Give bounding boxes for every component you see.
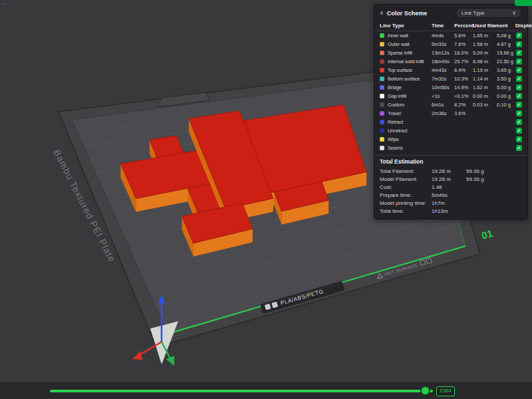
line-type-label: Retract xyxy=(388,119,432,125)
column-percent: Percent xyxy=(454,23,473,29)
line-color-swatch xyxy=(380,51,384,55)
display-checkbox[interactable]: ✓ xyxy=(516,33,522,39)
line-type-row: Inner wall4m4s5.6%1.65 m5.08 g✓ xyxy=(374,31,527,40)
line-time-value: 2m36s xyxy=(432,110,454,116)
line-type-row: Bridge10m56s14.9%1.62 m5.00 g✓ xyxy=(374,83,527,92)
line-color-swatch xyxy=(380,120,384,124)
line-time-value: 6m1s xyxy=(432,102,454,108)
move-slider-track[interactable] xyxy=(50,390,433,392)
line-length-value: 1.62 m xyxy=(473,84,497,90)
line-length-value: 0.03 m xyxy=(473,102,497,108)
display-checkbox[interactable]: ✓ xyxy=(516,59,522,65)
line-type-row: Travel2m36s3.6%✓ xyxy=(374,109,527,118)
line-type-label: Unretract xyxy=(388,128,432,134)
estimation-label: Total Filament: xyxy=(380,168,432,174)
display-checkbox[interactable]: ✓ xyxy=(516,84,522,90)
line-type-table-body: Inner wall4m4s5.6%1.65 m5.08 g✓Outer wal… xyxy=(374,31,527,152)
line-weight-value: 5.08 g xyxy=(497,33,515,39)
line-length-value: 1.14 m xyxy=(473,76,497,82)
display-checkbox[interactable]: ✓ xyxy=(516,102,522,108)
line-type-label: Internal solid infill xyxy=(388,59,432,65)
estimation-row: Total time:1h13m xyxy=(374,207,527,215)
line-type-row: Retract✓ xyxy=(374,118,527,126)
display-checkbox[interactable]: ✓ xyxy=(516,50,522,56)
line-type-label: Seams xyxy=(388,145,432,151)
estimation-label: Model printing time: xyxy=(380,200,432,206)
top-right-button-partial[interactable] xyxy=(515,0,532,6)
color-scheme-dropdown-value: Line Type xyxy=(462,10,485,16)
slicer-preview-window: Bambu Textured PEI Plate PLA/ABS/PETG HO… xyxy=(0,0,532,399)
line-weight-value: 21.50 g xyxy=(497,59,515,65)
plate-number: 01 xyxy=(480,227,494,241)
line-percent-value: 6.4% xyxy=(454,67,473,73)
line-type-row: Unretract✓ xyxy=(374,126,527,135)
line-percent-value: 8.2% xyxy=(454,102,473,108)
line-percent-value: 25.7% xyxy=(454,59,473,65)
line-type-row: Internal solid infill18m49s25.7%6.98 m21… xyxy=(374,57,527,66)
column-time: Time xyxy=(432,23,454,29)
display-checkbox[interactable]: ✓ xyxy=(516,76,522,82)
line-length-value: 1.65 m xyxy=(473,33,497,39)
line-color-swatch xyxy=(380,68,384,72)
line-type-label: Gap infill xyxy=(388,93,432,99)
estimation-row: Total Filament:19.28 m59.36 g xyxy=(374,167,527,175)
line-weight-value: 15.66 g xyxy=(497,50,515,56)
display-checkbox[interactable]: ✓ xyxy=(516,119,522,125)
x-axis-arrowhead xyxy=(132,351,142,360)
display-checkbox[interactable]: ✓ xyxy=(516,145,522,151)
move-slider-handle[interactable] xyxy=(420,386,430,396)
display-checkbox[interactable]: ✓ xyxy=(516,136,522,142)
preview-legend-panel: ∧ Color Scheme Line Type ∨ Line Type Tim… xyxy=(374,4,528,219)
top-left-note: … xyxy=(1,0,7,6)
estimation-row: Prepare time:5m46s xyxy=(374,191,527,199)
line-time-value: 4m4s xyxy=(432,33,454,39)
line-color-swatch xyxy=(380,102,384,107)
column-used-filament: Used filament xyxy=(473,23,515,29)
line-type-label: Wipe xyxy=(388,136,432,142)
estimation-row: Model Filament:19.28 m59.36 g xyxy=(374,175,527,183)
estimation-value: 59.36 g xyxy=(466,176,484,182)
estimation-row: Cost:1.48 xyxy=(374,183,527,191)
display-checkbox[interactable]: ✓ xyxy=(516,93,522,99)
display-checkbox[interactable]: ✓ xyxy=(516,67,522,73)
line-type-label: Bottom surface xyxy=(388,76,432,82)
line-percent-value: 3.6% xyxy=(454,110,473,116)
line-time-value: <1s xyxy=(432,93,454,99)
line-length-value: 0.00 m xyxy=(473,93,497,99)
line-percent-value: <0.1% xyxy=(454,93,473,99)
display-checkbox[interactable]: ✓ xyxy=(516,41,522,47)
move-slider-value-badge: 2364 xyxy=(436,386,455,396)
line-time-value: 4m43s xyxy=(432,67,454,73)
line-percent-value: 10.3% xyxy=(454,76,473,82)
line-weight-value: 0.10 g xyxy=(497,102,515,108)
line-color-swatch xyxy=(380,111,384,116)
collapse-icon[interactable]: ∧ xyxy=(380,10,384,16)
line-type-row: Outer wall5m33s7.6%1.58 m4.87 g✓ xyxy=(374,40,527,49)
line-type-row: Custom6m1s8.2%0.03 m0.10 g✓ xyxy=(374,100,527,109)
line-type-row: Seams✓ xyxy=(374,144,527,152)
line-time-value: 18m49s xyxy=(432,59,454,65)
line-type-row: Sparse infill13m12s18.0%5.09 m15.66 g✓ xyxy=(374,49,527,57)
line-time-value: 10m56s xyxy=(432,84,454,90)
line-type-label: Inner wall xyxy=(388,33,432,39)
estimation-rows: Total Filament:19.28 m59.36 gModel Filam… xyxy=(374,167,527,215)
line-percent-value: 5.6% xyxy=(454,33,473,39)
line-weight-value: 0.00 g xyxy=(497,93,515,99)
estimation-value: 19.28 m xyxy=(432,176,466,182)
display-checkbox[interactable]: ✓ xyxy=(516,128,522,134)
display-checkbox[interactable]: ✓ xyxy=(516,110,522,116)
line-time-value: 5m33s xyxy=(432,41,454,47)
line-type-row: Bottom surface7m32s10.3%1.14 m3.50 g✓ xyxy=(374,74,527,83)
line-type-row: Top surface4m43s6.4%1.19 m3.65 g✓ xyxy=(374,66,527,74)
line-type-label: Top surface xyxy=(388,67,432,73)
line-color-swatch xyxy=(380,94,384,98)
line-color-swatch xyxy=(380,59,384,64)
column-display: Display xyxy=(515,23,532,29)
estimation-label: Total time: xyxy=(380,208,432,214)
line-type-label: Custom xyxy=(388,102,432,108)
line-color-swatch xyxy=(380,146,384,150)
panel-title: Color Scheme xyxy=(387,10,428,17)
line-type-label: Sparse infill xyxy=(388,50,432,56)
estimation-value: 1h13m xyxy=(432,208,466,214)
color-scheme-dropdown[interactable]: Line Type ∨ xyxy=(456,8,522,18)
